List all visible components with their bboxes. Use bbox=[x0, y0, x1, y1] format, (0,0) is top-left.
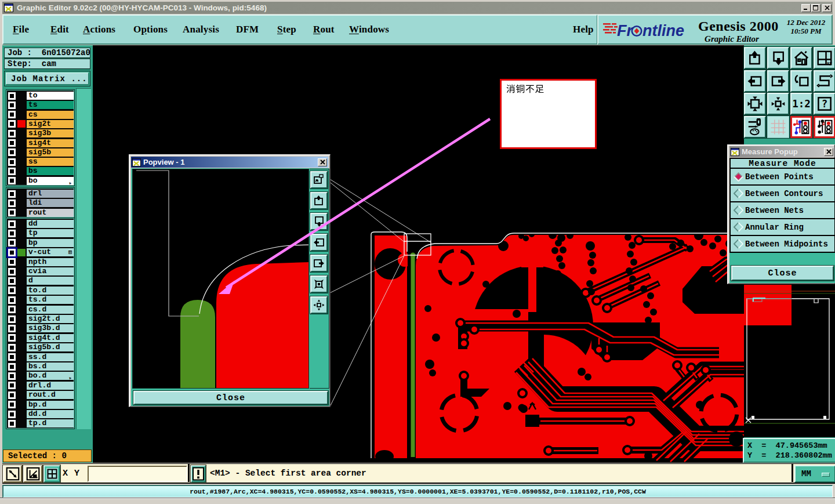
previous-view-button[interactable] bbox=[790, 70, 812, 92]
measure-mode-option-between-nets[interactable]: Between Nets bbox=[729, 202, 835, 219]
layer-color-swatch[interactable] bbox=[17, 200, 26, 207]
layer-name-sig5b[interactable]: sig5b bbox=[27, 148, 74, 157]
overview-minimap[interactable] bbox=[744, 284, 835, 437]
layer-color-swatch[interactable] bbox=[17, 325, 26, 332]
measure-mode-option-between-points[interactable]: Between Points bbox=[729, 169, 835, 186]
layer-visibility-checkbox[interactable] bbox=[8, 363, 16, 371]
layer-visibility-checkbox[interactable] bbox=[8, 120, 16, 128]
layer-visibility-checkbox[interactable] bbox=[8, 239, 16, 246]
layer-visibility-checkbox[interactable] bbox=[8, 420, 16, 427]
layer-color-swatch[interactable] bbox=[17, 148, 26, 156]
layer-name-dd[interactable]: dd bbox=[27, 220, 74, 228]
layer-name-ss.d[interactable]: ss.d bbox=[27, 353, 74, 361]
layer-color-swatch[interactable] bbox=[17, 130, 26, 137]
layer-color-swatch[interactable] bbox=[17, 101, 26, 109]
minimize-button[interactable] bbox=[801, 4, 811, 12]
layer-name-to.d[interactable]: to.d bbox=[27, 287, 74, 295]
grid-toggle-button[interactable] bbox=[767, 116, 789, 138]
scale-1-2-button[interactable]: 1:2 bbox=[790, 93, 812, 115]
layer-name-ldi[interactable]: ldi bbox=[27, 199, 74, 207]
serpentine-route-button[interactable] bbox=[814, 70, 835, 92]
layer-name-sig5b.d[interactable]: sig5b.d bbox=[27, 343, 74, 351]
layer-color-swatch[interactable] bbox=[17, 334, 26, 342]
pan-up-button[interactable] bbox=[310, 192, 328, 209]
layer-visibility-checkbox[interactable] bbox=[8, 101, 16, 109]
layer-visibility-checkbox[interactable] bbox=[8, 316, 16, 323]
layer-name-ss[interactable]: ss bbox=[27, 158, 74, 166]
layer-visibility-checkbox[interactable] bbox=[8, 168, 16, 175]
home-view-button[interactable] bbox=[790, 47, 812, 69]
pan-view-down-button[interactable] bbox=[767, 47, 789, 69]
layer-list-scrollbar[interactable] bbox=[76, 88, 91, 429]
layer-color-swatch[interactable] bbox=[17, 111, 26, 118]
layer-visibility-checkbox[interactable] bbox=[8, 344, 16, 351]
pan-center-button[interactable] bbox=[310, 296, 328, 314]
layer-visibility-checkbox[interactable] bbox=[8, 287, 16, 294]
pan-left-button[interactable] bbox=[310, 234, 328, 251]
layer-color-swatch[interactable] bbox=[17, 209, 26, 216]
help-query-button[interactable]: ? bbox=[814, 93, 835, 115]
layer-color-swatch[interactable] bbox=[17, 296, 26, 304]
layer-visibility-checkbox[interactable] bbox=[8, 306, 16, 313]
layer-name-dd.d[interactable]: dd.d bbox=[27, 410, 74, 418]
grid-window-button[interactable] bbox=[43, 465, 60, 483]
layer-visibility-checkbox[interactable] bbox=[8, 391, 16, 399]
annotation-note[interactable]: 消铜不足 bbox=[500, 79, 597, 149]
layer-color-swatch[interactable] bbox=[17, 120, 26, 128]
layer-name-bs.d[interactable]: bs.d bbox=[27, 362, 74, 371]
xy-coordinate-input[interactable] bbox=[88, 466, 187, 482]
menu-step[interactable]: Step bbox=[277, 24, 296, 35]
maximize-button[interactable] bbox=[811, 4, 821, 12]
layer-color-swatch[interactable] bbox=[17, 168, 26, 175]
close-button[interactable] bbox=[822, 4, 832, 12]
measure-popup-close-action[interactable]: Close bbox=[731, 266, 834, 281]
layer-name-npth[interactable]: npth bbox=[27, 258, 74, 266]
layer-visibility-checkbox[interactable] bbox=[8, 249, 16, 256]
zoom-fit-button[interactable] bbox=[310, 275, 328, 293]
layer-name-drl[interactable]: drl bbox=[27, 190, 74, 198]
zoom-center-button[interactable] bbox=[767, 93, 789, 115]
job-matrix-button[interactable]: Job Matrix ... bbox=[6, 72, 89, 85]
layer-color-swatch[interactable] bbox=[17, 287, 26, 294]
layer-color-swatch[interactable] bbox=[17, 316, 26, 323]
layer-visibility-checkbox[interactable] bbox=[8, 130, 16, 137]
layer-visibility-checkbox[interactable] bbox=[8, 177, 16, 184]
layer-visibility-checkbox[interactable] bbox=[8, 277, 16, 285]
layer-visibility-checkbox[interactable] bbox=[8, 353, 16, 361]
pan-view-up-button[interactable] bbox=[744, 47, 766, 69]
menu-options[interactable]: Options bbox=[133, 24, 168, 35]
measure-mode-option-annular-ring[interactable]: Annular Ring bbox=[729, 219, 835, 236]
menu-edit[interactable]: Edit bbox=[50, 24, 69, 35]
layer-name-bo.d[interactable]: bo.d➤ bbox=[27, 372, 74, 380]
layer-visibility-checkbox[interactable] bbox=[8, 401, 16, 408]
layer-visibility-checkbox[interactable] bbox=[8, 139, 16, 147]
zoom-fit-board-button[interactable] bbox=[744, 93, 766, 115]
pan-down-button[interactable] bbox=[310, 213, 328, 230]
layer-color-swatch[interactable] bbox=[17, 158, 26, 166]
layer-name-v-cut[interactable]: v-cut⊞ bbox=[27, 248, 74, 256]
layer-visibility-checkbox[interactable] bbox=[8, 334, 16, 342]
layer-name-bo[interactable]: bo➤ bbox=[27, 177, 74, 185]
layer-name-cs.d[interactable]: cs.d bbox=[27, 306, 74, 314]
popview-close-button[interactable] bbox=[318, 158, 327, 166]
menu-analysis[interactable]: Analysis bbox=[183, 24, 219, 35]
measure-popup-title-bar[interactable]: Measure Popup bbox=[729, 146, 834, 157]
layer-name-ts[interactable]: ts bbox=[27, 101, 74, 109]
pan-view-right-button[interactable] bbox=[767, 70, 789, 92]
layer-visibility-checkbox[interactable] bbox=[8, 372, 16, 380]
layer-name-tp.d[interactable]: tp.d bbox=[27, 419, 74, 427]
layer-name-bp.d[interactable]: bp.d bbox=[27, 401, 74, 409]
layer-name-sig2t.d[interactable]: sig2t.d bbox=[27, 315, 74, 323]
layer-visibility-checkbox[interactable] bbox=[8, 258, 16, 266]
layer-color-swatch[interactable] bbox=[17, 344, 26, 351]
setup-tools-button[interactable] bbox=[744, 116, 766, 138]
layer-name-sig3b[interactable]: sig3b bbox=[27, 129, 74, 137]
layer-name-cvia[interactable]: cvia bbox=[27, 267, 74, 275]
layer-name-d[interactable]: d bbox=[27, 277, 74, 285]
layer-visibility-checkbox[interactable] bbox=[8, 190, 16, 198]
layer-color-swatch[interactable] bbox=[17, 230, 26, 237]
net-compare-reference-button[interactable] bbox=[790, 116, 812, 138]
layer-visibility-checkbox[interactable] bbox=[8, 111, 16, 118]
measure-popup-window[interactable]: Measure Popup Measure Mode Between Point… bbox=[727, 144, 835, 284]
layer-color-swatch[interactable] bbox=[17, 268, 26, 275]
